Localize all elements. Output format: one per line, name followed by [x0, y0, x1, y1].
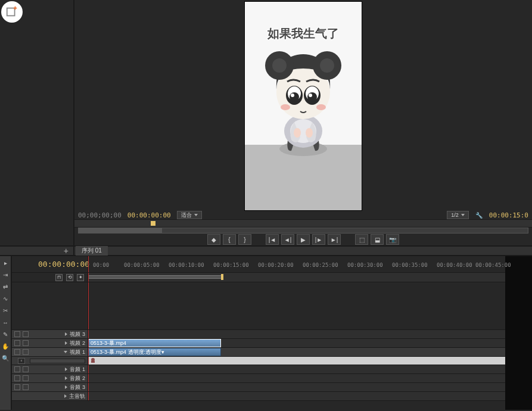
expand-icon[interactable] [65, 376, 67, 380]
lock-icon[interactable] [23, 349, 29, 355]
eye-icon[interactable] [14, 349, 20, 355]
hand-tool[interactable]: ✋ [1, 342, 10, 350]
svg-point-5 [306, 128, 313, 138]
new-project-icon [5, 5, 18, 18]
video-clip[interactable]: 0513-3-暴.mp4 [88, 339, 221, 347]
audio-meter [505, 256, 532, 410]
track-select-tool[interactable]: ⇥ [1, 270, 10, 279]
expand-icon[interactable] [65, 332, 67, 336]
lock-icon[interactable] [23, 384, 29, 390]
timeline-playhead[interactable] [88, 256, 89, 272]
settings-icon[interactable]: 🔧 [475, 212, 483, 219]
lift-button[interactable]: ⬚ [355, 234, 368, 245]
snap-toggle[interactable]: ⊓ [55, 274, 63, 281]
selection-tool[interactable]: ▸ [1, 259, 10, 267]
eye-icon[interactable] [14, 331, 20, 337]
expand-icon[interactable] [65, 368, 67, 371]
lock-icon[interactable] [23, 375, 29, 381]
go-to-out-button[interactable]: ►| [328, 234, 341, 245]
app-badge [1, 1, 23, 23]
in-point-button[interactable]: { [223, 234, 236, 245]
svg-point-20 [316, 104, 326, 110]
svg-point-4 [294, 128, 301, 138]
fit-dropdown[interactable]: 适合 [177, 211, 202, 219]
monitor-time-row: 00;00;00;00 00:00:00:00 适合 1/2 🔧 00:00:1… [74, 211, 532, 219]
svg-rect-22 [91, 361, 95, 363]
mute-icon[interactable] [14, 375, 20, 381]
monitor-playhead-icon[interactable] [151, 221, 155, 226]
video-track-2[interactable]: 视频 2 0513-3-暴.mp4 [12, 339, 505, 348]
expand-icon[interactable] [65, 385, 67, 389]
timeline-ruler[interactable]: 00:00 00:00:05:00 00:00:10:00 00:00:15:0… [88, 256, 505, 272]
video-track-3[interactable]: 视频 3 [12, 330, 505, 339]
fx-button[interactable]: ▫ [18, 358, 25, 364]
program-monitor: 如果我生气了 [74, 0, 532, 245]
svg-point-19 [281, 104, 290, 110]
sequence-tab[interactable]: 序列 01 [76, 246, 108, 256]
svg-point-10 [320, 58, 334, 73]
collapse-icon[interactable] [64, 351, 67, 353]
slip-tool[interactable]: ↔ [1, 318, 10, 326]
source-panel [0, 0, 74, 245]
svg-point-16 [307, 92, 317, 102]
rate-tool[interactable]: ∿ [1, 294, 10, 303]
monitor-ruler[interactable] [74, 219, 532, 228]
video-caption: 如果我生气了 [245, 26, 362, 42]
svg-point-18 [309, 94, 312, 97]
lock-icon[interactable] [23, 366, 29, 372]
preview-canvas[interactable]: 如果我生气了 [244, 1, 362, 211]
new-item-icon[interactable]: + [64, 247, 69, 255]
add-marker-button[interactable]: ◆ [207, 234, 220, 245]
pen-tool[interactable]: ✎ [1, 330, 10, 338]
transport-controls: ◆ { } |◄ ◄| ▶ |► ►| ⬚ ⬓ 📷 [74, 233, 532, 245]
step-forward-button[interactable]: |► [312, 234, 325, 245]
video-clip[interactable]: 0513-3-暴.mp4 透明度:透明度▾ [88, 348, 221, 356]
step-back-button[interactable]: ◄| [281, 234, 294, 245]
export-frame-button[interactable]: 📷 [386, 234, 399, 245]
svg-rect-0 [7, 8, 15, 16]
svg-point-9 [272, 58, 287, 73]
audio-track-1[interactable]: 音频 1 [12, 365, 505, 374]
mute-icon[interactable] [14, 366, 20, 372]
tool-palette: ▸ ⇥ ⇄ ∿ ✂ ↔ ✎ ✋ 🔍 [0, 256, 12, 410]
zoom-tool[interactable]: 🔍 [1, 354, 10, 362]
program-timecode[interactable]: 00:00:00:00 [127, 211, 171, 219]
extract-button[interactable]: ⬓ [371, 234, 384, 245]
master-audio-track[interactable]: 主音轨 [12, 392, 505, 401]
audio-track-2[interactable]: 音频 2 [12, 374, 505, 383]
monitor-scrubber[interactable] [78, 228, 528, 233]
svg-point-17 [291, 94, 294, 97]
work-area-bar[interactable] [88, 273, 505, 282]
video-track-1[interactable]: 视频 1 0513-3-暴.mp4 透明度:透明度▾ [12, 348, 505, 357]
out-point-button[interactable]: } [238, 234, 251, 245]
thumbnail-icon [89, 357, 97, 363]
project-tab-area: + [0, 247, 74, 255]
clip-thumbnail-strip[interactable] [88, 357, 505, 365]
ripple-tool[interactable]: ⇄ [1, 282, 10, 291]
mute-icon[interactable] [14, 384, 20, 390]
play-button[interactable]: ▶ [297, 234, 310, 245]
character-illustration [259, 45, 348, 164]
go-to-in-button[interactable]: |◄ [266, 234, 279, 245]
timeline-timecode[interactable]: 00:00:00:00 [38, 260, 89, 269]
source-timecode: 00;00;00;00 [78, 211, 122, 219]
marker-toggle[interactable]: ✦ [77, 274, 84, 281]
lock-icon[interactable] [23, 331, 29, 337]
track-height-slider[interactable] [30, 359, 85, 363]
eye-icon[interactable] [14, 340, 20, 346]
duration-timecode: 00:00:15:0 [489, 211, 528, 219]
razor-tool[interactable]: ✂ [1, 306, 10, 315]
expand-icon[interactable] [64, 394, 67, 398]
svg-point-15 [290, 92, 299, 102]
lock-icon[interactable] [23, 340, 29, 346]
sync-toggle[interactable]: ⟲ [66, 274, 73, 281]
audio-track-3[interactable]: 音频 3 [12, 383, 505, 392]
expand-icon[interactable] [65, 341, 67, 345]
zoom-dropdown[interactable]: 1/2 [447, 211, 469, 219]
